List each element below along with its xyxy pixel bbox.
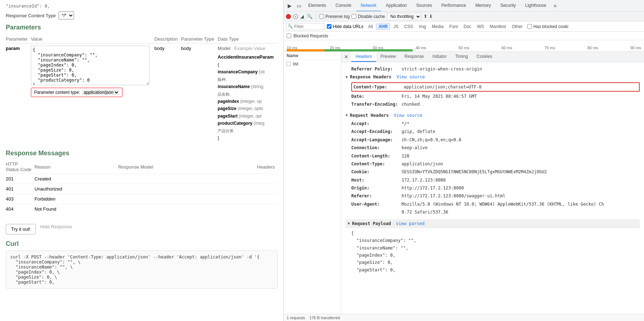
req-content-type-key: Content-Type: [351, 160, 402, 168]
param-datatype-cell: Model Example Value AccidentInsurancePar… [218, 43, 278, 144]
detail-close-icon[interactable]: ✕ [341, 52, 351, 62]
response-headers-arrow: ▼ [346, 74, 348, 80]
devtools-topbar: ▶ ▭ Elements Console Network Application… [284, 0, 644, 12]
date-key: Date: [351, 93, 402, 100]
tab-network[interactable]: Network [356, 0, 381, 12]
tab-security[interactable]: Security [496, 0, 520, 12]
referer-value: http://172.17.2.123:8080/swagger-ui.html [402, 192, 505, 200]
tab-console[interactable]: Console [331, 0, 356, 12]
filter-funnel-icon[interactable]: ◢ [300, 14, 304, 19]
detail-tab-preview[interactable]: Preview [376, 52, 400, 62]
request-payload-arrow: ▼ [348, 221, 350, 226]
filter-js[interactable]: JS [391, 23, 401, 30]
filter-font[interactable]: Font [447, 23, 460, 30]
accept-encoding-key: Accept-Encoding: [351, 128, 402, 135]
hide-data-urls-checkbox[interactable] [327, 24, 332, 29]
timeline-80ms: 80 ms [587, 46, 598, 50]
response-headers-section: ▼ Response Headers View source Content-T… [346, 73, 640, 108]
filter-bar: 🔍 Hide data URLs All XHR JS CSS Img Medi… [284, 22, 644, 32]
example-tab-link[interactable]: Example Value [234, 46, 265, 51]
user-agent-row: User-Agent: Mozilla/5.0 (Windows NT 10.0… [346, 200, 640, 208]
tab-performance[interactable]: Performance [437, 0, 471, 12]
filter-manifest[interactable]: Manifest [487, 23, 509, 30]
timeline-60ms: 60 ms [501, 46, 512, 50]
filter-img[interactable]: Img [416, 23, 428, 30]
param-content-type-select[interactable]: application/json [82, 90, 119, 95]
resp-row-403: 403 Forbidden [6, 194, 278, 204]
disable-cache-label[interactable]: Disable cache [352, 14, 385, 19]
resp-model-201 [118, 174, 222, 184]
timeline-90ms: 90 ms [630, 46, 641, 50]
detail-tab-response[interactable]: Response [400, 52, 428, 62]
tab-memory[interactable]: Memory [471, 0, 495, 12]
detail-tab-timing[interactable]: Timing [451, 52, 472, 62]
resp-code-201: 201 [6, 174, 34, 184]
response-content-type-select[interactable]: */* [59, 12, 74, 19]
payload-json: { "insuranceCompany": "", "insuranceName… [346, 230, 640, 274]
view-parsed-link[interactable]: view parsed [396, 220, 424, 227]
hide-data-urls-label[interactable]: Hide data URLs [327, 24, 363, 29]
request-headers-view-source[interactable]: View source [394, 112, 422, 119]
field-pageSize: pageSize (integer, optic [218, 105, 275, 112]
detail-tab-headers[interactable]: Headers [351, 52, 376, 62]
filter-input[interactable] [294, 24, 323, 29]
filter-media[interactable]: Media [429, 23, 446, 30]
connection-key: Connection: [351, 144, 402, 151]
inspect-icon[interactable]: ▶ [285, 1, 294, 10]
filter-xhr[interactable]: XHR [376, 23, 390, 30]
upload-icon[interactable]: ⬆ [423, 14, 427, 19]
timeline-bar: 10 ms 20 ms 30 ms 40 ms 50 ms 60 ms 70 m… [284, 40, 644, 52]
model-content: AccidentInsuranceParam { insuranceCompan… [218, 53, 275, 142]
tab-application[interactable]: Application [381, 0, 411, 12]
date-value: Fri, 14 May 2021 08:46:57 GMT [402, 93, 477, 100]
request-payload-header[interactable]: ▼ Request Payload view parsed [346, 219, 640, 228]
user-agent-cont-key [351, 208, 402, 216]
filter-css[interactable]: CSS [402, 23, 416, 30]
curl-title: Curl [6, 240, 278, 248]
model-tab-link[interactable]: Model [218, 46, 230, 51]
try-it-button[interactable]: Try it out! [6, 224, 36, 234]
search-network-icon[interactable]: 🔍 [306, 13, 313, 20]
throttle-select[interactable]: No throttling [387, 13, 421, 20]
tab-sources[interactable]: Sources [412, 0, 436, 12]
user-agent-cont-value: 0.72 Safari/537.36 [402, 208, 448, 216]
param-content-type-label: Parameter content type: [34, 90, 80, 95]
blocked-requests-checkbox[interactable] [287, 33, 291, 38]
stop-button[interactable]: ■ [293, 14, 298, 19]
has-blocked-label[interactable]: Has blocked cooki [527, 24, 568, 29]
preserve-log-label[interactable]: Preserve log [319, 14, 349, 19]
filter-doc[interactable]: Doc [461, 23, 474, 30]
download-icon[interactable]: ⬇ [429, 14, 433, 19]
detail-tab-cookies[interactable]: Cookies [472, 52, 496, 62]
response-messages-table: HTTP Status Code Reason Response Model H… [6, 160, 278, 214]
param-textarea[interactable]: { "insuranceCompany": "", "insuranceName… [31, 46, 149, 85]
curl-box: curl -X POST --header 'Content-Type: app… [6, 251, 278, 289]
detail-tab-initiator[interactable]: Initiator [428, 52, 451, 62]
record-button[interactable] [286, 14, 291, 19]
request-headers-header[interactable]: ▼ Request Headers View source [346, 111, 640, 120]
disable-cache-checkbox[interactable] [352, 14, 356, 19]
response-headers-view-source[interactable]: View source [397, 74, 425, 81]
tab-elements[interactable]: Elements [304, 0, 330, 12]
has-blocked-checkbox[interactable] [527, 24, 532, 29]
origin-value: http://172.17.2.123:8080 [402, 184, 464, 192]
date-row: Date: Fri, 14 May 2021 08:46:57 GMT [346, 92, 640, 100]
response-headers-header[interactable]: ▼ Response Headers View source [346, 73, 640, 81]
device-icon[interactable]: ▭ [295, 1, 303, 10]
devtools-panel: ▶ ▭ Elements Console Network Application… [284, 0, 644, 321]
transferred-size: 176 B transferred [309, 316, 340, 320]
filter-other[interactable]: Other [509, 23, 525, 30]
transfer-encoding-key: Transfer-Encoding: [351, 101, 402, 108]
more-tabs-icon[interactable]: » [551, 3, 559, 9]
detail-content: Referrer Policy: strict-origin-when-cros… [341, 62, 644, 279]
filter-all[interactable]: All [366, 23, 375, 30]
list-item-checkbox[interactable] [287, 62, 291, 66]
preserve-log-checkbox[interactable] [319, 14, 324, 19]
param-col-parameter: Parameter [6, 35, 31, 43]
filter-ws[interactable]: WS [474, 23, 486, 30]
tab-lighthouse[interactable]: Lighthouse [521, 0, 551, 12]
hide-response-link[interactable]: Hide Response [40, 224, 72, 229]
accept-key: Accept: [351, 120, 402, 127]
blocked-requests-label: Blocked Requests [293, 33, 328, 38]
list-item[interactable]: list [284, 60, 341, 68]
